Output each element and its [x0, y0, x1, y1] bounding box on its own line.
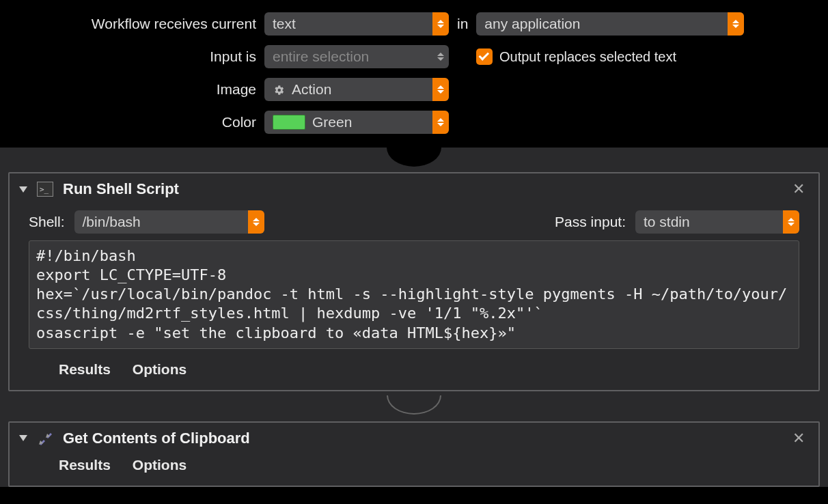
action-title: Get Contents of Clipboard [63, 430, 779, 447]
gear-icon [273, 83, 285, 96]
stepper-icon [432, 12, 449, 36]
pass-input-value: to stdin [644, 214, 783, 230]
input-is-select[interactable]: entire selection [264, 45, 449, 68]
action-footer: Results Options [29, 454, 799, 475]
input-type-value: text [273, 16, 432, 32]
row-color: Color Green [0, 111, 828, 134]
color-select[interactable]: Green [264, 111, 449, 134]
script-textarea[interactable]: #!/bin/bash export LC_CTYPE=UTF-8 hex=`/… [29, 240, 799, 349]
workflow-settings-panel: Workflow receives current text in any ap… [0, 0, 828, 148]
action-footer: Results Options [29, 349, 799, 379]
row-workflow-receives: Workflow receives current text in any ap… [0, 12, 828, 36]
input-is-label: Input is [14, 48, 256, 65]
results-tab[interactable]: Results [59, 457, 111, 473]
stepper-icon [248, 210, 264, 234]
output-replaces-checkbox[interactable]: Output replaces selected text [476, 48, 676, 65]
action-body: Shell: /bin/bash Pass input: to stdin #!… [10, 205, 818, 390]
action-title: Run Shell Script [63, 180, 779, 198]
stepper-icon [728, 12, 744, 36]
shell-config-row: Shell: /bin/bash Pass input: to stdin [29, 210, 799, 234]
color-value: Green [273, 114, 432, 130]
image-value: Action [273, 81, 432, 98]
pass-input-label: Pass input: [555, 214, 626, 230]
in-label: in [457, 16, 468, 32]
checkbox-checked-icon [476, 48, 493, 65]
color-swatch [273, 115, 305, 130]
shell-label: Shell: [29, 214, 65, 230]
input-type-select[interactable]: text [264, 12, 449, 36]
disclosure-triangle-icon[interactable] [19, 435, 27, 441]
options-tab[interactable]: Options [133, 457, 187, 473]
stepper-icon [432, 45, 449, 68]
results-tab[interactable]: Results [59, 361, 111, 378]
image-label: Image [14, 81, 256, 98]
output-replaces-label: Output replaces selected text [499, 49, 676, 65]
action-header[interactable]: >_ Run Shell Script ✕ [10, 173, 818, 205]
application-value: any application [484, 16, 728, 32]
shell-value: /bin/bash [83, 214, 248, 230]
stepper-icon [432, 78, 449, 101]
close-icon[interactable]: ✕ [788, 430, 809, 447]
input-is-value: entire selection [273, 48, 432, 65]
options-tab[interactable]: Options [133, 361, 187, 378]
workflow-receives-label: Workflow receives current [14, 16, 256, 32]
disclosure-triangle-icon[interactable] [19, 186, 27, 193]
color-label: Color [14, 114, 256, 130]
stepper-icon [432, 111, 449, 134]
stepper-icon [783, 210, 799, 234]
connector-between [0, 397, 828, 416]
row-input-is: Input is entire selection Output replace… [0, 45, 828, 68]
action-run-shell-script: >_ Run Shell Script ✕ Shell: /bin/bash P… [8, 172, 820, 391]
clipboard-tools-icon [37, 430, 53, 447]
action-get-clipboard: Get Contents of Clipboard ✕ Results Opti… [8, 421, 820, 487]
row-image: Image Action [0, 78, 828, 101]
application-select[interactable]: any application [476, 12, 744, 36]
shell-select[interactable]: /bin/bash [74, 210, 264, 234]
action-body: Results Options [10, 454, 818, 486]
pass-input-select[interactable]: to stdin [635, 210, 799, 234]
close-icon[interactable]: ✕ [788, 180, 809, 198]
terminal-icon: >_ [37, 181, 53, 197]
action-header[interactable]: Get Contents of Clipboard ✕ [10, 423, 818, 454]
connector-top [0, 148, 828, 167]
image-select[interactable]: Action [264, 78, 449, 101]
workflow-actions-area: >_ Run Shell Script ✕ Shell: /bin/bash P… [0, 148, 828, 487]
